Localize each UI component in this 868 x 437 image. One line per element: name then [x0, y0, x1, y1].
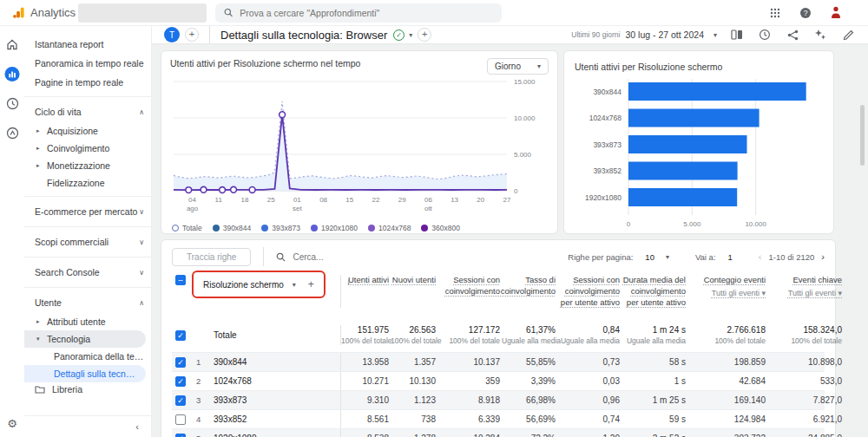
- table-row-393x873[interactable]: ✓3393x8739.3101.1238.91866,98%0,961 m 25…: [172, 390, 825, 409]
- legend-item-390x844[interactable]: 390x844: [213, 224, 252, 232]
- column-header-8[interactable]: Eventi chiaveTutti gli eventi ▾: [767, 275, 844, 298]
- reports-icon-active[interactable]: [4, 66, 20, 82]
- top-app-bar: Analytics ?: [0, 0, 868, 26]
- legend-item-360x800[interactable]: 360x800: [421, 224, 460, 232]
- granularity-caret-icon: ▾: [537, 62, 541, 70]
- apps-grid-icon[interactable]: [767, 5, 783, 21]
- legend-item-1920x1080[interactable]: 1920x1080: [311, 224, 358, 232]
- sidebar-item-monetizzazione[interactable]: ▸Monetizzazione: [24, 157, 151, 174]
- sidebar-item-panoramica-in-tempo-reale[interactable]: Panoramica in tempo reale: [24, 54, 151, 73]
- help-icon[interactable]: ?: [798, 5, 813, 21]
- account-selector-redacted[interactable]: [78, 3, 207, 23]
- nav-divider: [24, 196, 151, 197]
- vertical-scrollbar[interactable]: [860, 105, 865, 166]
- prev-page-icon[interactable]: ‹: [759, 251, 762, 262]
- insights-clock-icon[interactable]: [757, 27, 773, 42]
- row-checkbox[interactable]: ✓: [175, 330, 186, 341]
- row-checkbox[interactable]: ✓: [175, 434, 186, 437]
- metrics-table: –Risoluzione schermo▾+↓Utenti attiviNuov…: [172, 271, 825, 437]
- metric-cell: 0,03: [557, 376, 621, 386]
- collapse-sidebar-button[interactable]: ‹: [24, 415, 151, 437]
- dimension-value: 390x844: [214, 357, 340, 367]
- search-input[interactable]: [240, 8, 493, 18]
- sidebar-item-scopi-commerciali[interactable]: Scopi commerciali∨: [24, 232, 151, 252]
- svg-text:393x852: 393x852: [593, 166, 621, 175]
- edit-pencil-icon[interactable]: [840, 27, 856, 42]
- legend-label: 393x873: [272, 224, 300, 232]
- column-header-7[interactable]: Conteggio eventiTutti gli eventi ▾: [687, 275, 767, 298]
- realtime-icon[interactable]: [4, 95, 20, 111]
- share-icon[interactable]: [785, 27, 800, 42]
- total-label: Totale: [214, 330, 340, 340]
- column-header-6[interactable]: Durata media del coinvolgimento per uten…: [621, 275, 687, 308]
- column-header-5[interactable]: Sessioni con coinvolgimento per utente a…: [557, 275, 621, 308]
- metric-cell: 10.130: [391, 376, 437, 386]
- next-page-icon[interactable]: ›: [821, 251, 825, 262]
- sidebar-item-acquisizione[interactable]: ▸Acquisizione: [24, 122, 151, 140]
- sidebar-item-library[interactable]: Libreria: [24, 377, 151, 401]
- metric-cell: 10.271: [340, 372, 391, 390]
- sidebar-item-panoramica-della-tecnologia[interactable]: Panoramica della tecnologia: [24, 348, 151, 365]
- table-row-1920x1080[interactable]: ✓51920x10808.5381.27810.28472,2%1,202 m …: [172, 428, 825, 437]
- global-search[interactable]: [215, 3, 502, 23]
- go-to-value[interactable]: 1: [728, 252, 733, 262]
- sidebar-item-attributi-utente[interactable]: ▸Attributi utente: [24, 313, 151, 330]
- date-range-picker[interactable]: Ultimi 90 giorni 30 lug - 27 ott 2024 ▾: [571, 29, 717, 40]
- legend-dot-icon: [421, 225, 428, 232]
- advertising-icon[interactable]: [4, 125, 20, 140]
- sidebar-item-ciclo-di-vita[interactable]: Ciclo di vita∧: [24, 101, 151, 122]
- sidebar-item-tecnologia[interactable]: ▾Tecnologia: [24, 330, 146, 348]
- user-avatar[interactable]: [828, 5, 844, 21]
- sidebar-item-e-commerce-per-mercato[interactable]: E-commerce per mercato∨: [24, 201, 151, 222]
- title-dropdown-caret-icon[interactable]: ▾: [409, 31, 412, 39]
- sidebar-item-utente[interactable]: Utente∧: [24, 292, 151, 313]
- event-filter-dropdown[interactable]: Tutti gli eventi ▾: [712, 288, 766, 298]
- plot-rows-button[interactable]: Traccia righe: [172, 248, 251, 266]
- select-all-checkbox[interactable]: –: [175, 275, 186, 285]
- metric-cell: 1,20: [557, 434, 621, 437]
- section-label: E-commerce per mercato: [35, 206, 137, 217]
- column-header-2[interactable]: Nuovi utenti: [391, 275, 437, 286]
- add-collection-button[interactable]: +: [185, 28, 199, 42]
- date-range-label: Ultimi 90 giorni: [571, 30, 620, 39]
- insights-sparkle-icon[interactable]: [812, 27, 828, 42]
- sidebar-item-search-console[interactable]: Search Console∨: [24, 262, 151, 283]
- table-search-input[interactable]: [293, 252, 423, 262]
- row-checkbox[interactable]: ✓: [175, 357, 186, 368]
- home-icon[interactable]: [4, 36, 20, 52]
- table-row-1024x768[interactable]: ✓21024x76810.27110.1303593,39%0,031 s42.…: [172, 371, 825, 390]
- add-dimension-icon[interactable]: +: [308, 278, 314, 290]
- granularity-select[interactable]: Giorno ▾: [487, 58, 549, 75]
- legend-item-393x873[interactable]: 393x873: [261, 224, 300, 232]
- rows-per-page-value[interactable]: 10: [645, 252, 654, 262]
- admin-gear-icon[interactable]: ⚙: [7, 417, 17, 430]
- compare-icon[interactable]: [729, 27, 745, 42]
- sidebar-item-istantanea-report[interactable]: Istantanea report: [24, 35, 151, 54]
- table-search[interactable]: [276, 252, 450, 262]
- sidebar-item-pagine-in-tempo-reale[interactable]: Pagine in tempo reale: [24, 73, 151, 92]
- add-report-button[interactable]: +: [418, 28, 431, 42]
- analytics-logo[interactable]: Analytics: [0, 6, 76, 19]
- report-collection-avatar[interactable]: T: [164, 27, 180, 42]
- rows-per-page-caret-icon[interactable]: ▾: [666, 253, 669, 261]
- sidebar-item-fidelizzazione[interactable]: Fidelizzazione: [24, 174, 151, 192]
- legend-label: 1920x1080: [321, 224, 358, 232]
- row-checkbox[interactable]: [175, 414, 186, 425]
- table-row-393x852[interactable]: 4393x8528.5617386.33956,69%0,7459 s124.9…: [172, 409, 825, 428]
- column-header-3[interactable]: Sessioni con coinvolgimento: [437, 275, 502, 297]
- table-row-390x844[interactable]: ✓1390x84413.9581.35710.13755,85%0,7358 s…: [172, 352, 825, 371]
- legend-item-1024x768[interactable]: 1024x768: [368, 224, 411, 232]
- legend-item-totale[interactable]: Totale: [172, 224, 202, 232]
- svg-text:04: 04: [188, 196, 196, 204]
- sidebar-item-coinvolgimento[interactable]: ▸Coinvolgimento: [24, 140, 151, 157]
- column-header-4[interactable]: Tasso di coinvolgimento: [502, 275, 557, 297]
- dimension-selector-annotated[interactable]: Risoluzione schermo▾+: [196, 275, 321, 294]
- row-checkbox[interactable]: ✓: [175, 395, 186, 406]
- event-filter-dropdown[interactable]: Tutti gli eventi ▾: [788, 288, 842, 298]
- report-content: Utenti attivi per Risoluzione schermo ne…: [152, 44, 868, 437]
- column-header-1[interactable]: ↓Utenti attivi: [340, 275, 391, 308]
- svg-text:20: 20: [477, 196, 484, 204]
- row-checkbox[interactable]: ✓: [175, 376, 186, 387]
- chevron-up-icon: ∧: [139, 108, 144, 116]
- page-title: Dettagli sulla tecnologia: Browser: [220, 29, 387, 42]
